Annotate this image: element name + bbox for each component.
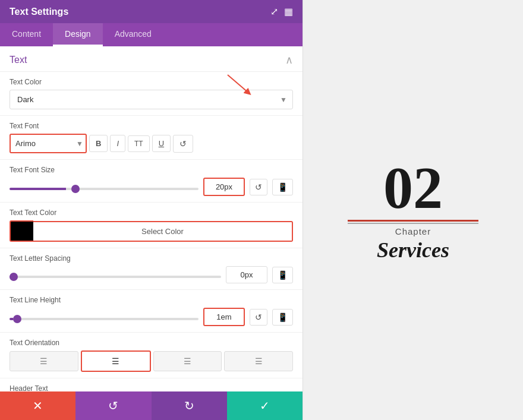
- text-color-select[interactable]: Dark Light Custom: [10, 90, 293, 109]
- section-title: Text: [10, 55, 27, 65]
- text-font-size-label: Text Font Size: [10, 166, 293, 174]
- orient-justify-button[interactable]: ☰: [224, 351, 293, 371]
- font-size-responsive-button[interactable]: 📱: [272, 179, 293, 195]
- redo-button[interactable]: ↻: [152, 391, 227, 420]
- chapter-block: 02 Chapter Services: [348, 158, 478, 263]
- line-height-slider[interactable]: [10, 318, 199, 320]
- font-size-reset-button[interactable]: ↺: [250, 179, 267, 195]
- divider-gray: [348, 223, 478, 224]
- collapse-icon[interactable]: ∧: [285, 53, 293, 67]
- underline-button[interactable]: U: [152, 135, 171, 152]
- size-row: ↺ 📱: [10, 178, 293, 196]
- orientation-row: ☰ ☰ ☰ ☰: [10, 350, 293, 372]
- color-row: Select Color: [10, 220, 293, 242]
- font-size-slider[interactable]: [10, 188, 199, 190]
- panel-footer: ✕ ↺ ↻ ✓: [0, 391, 303, 420]
- divider-red: [348, 220, 478, 222]
- text-letter-spacing-group: Text Letter Spacing 📱: [0, 248, 303, 290]
- orient-left-button[interactable]: ☰: [10, 351, 78, 371]
- text-color-wrapper: Dark Light Custom ▼: [10, 90, 293, 109]
- lineheight-row: ↺ 📱: [10, 308, 293, 326]
- text-font-size-group: Text Font Size ↺ 📱: [0, 160, 303, 203]
- bold-button[interactable]: B: [89, 135, 108, 152]
- line-height-input[interactable]: [203, 308, 245, 326]
- font-row: Arimo Arial Georgia ▼ B I TT U ↺: [10, 134, 293, 153]
- text-line-height-label: Text Line Height: [10, 296, 293, 304]
- size-slider-wrapper: [10, 182, 199, 192]
- chapter-label: Chapter: [395, 226, 431, 236]
- orient-center-button[interactable]: ☰: [81, 350, 151, 372]
- panel-title: Text Settings: [10, 7, 68, 17]
- section-header: Text ∧: [0, 46, 303, 72]
- italic-button[interactable]: I: [110, 135, 125, 152]
- text-letter-spacing-label: Text Letter Spacing: [10, 254, 293, 263]
- settings-panel: Text Settings ⤢ ▦ Content Design Advance…: [0, 0, 303, 420]
- tabs-bar: Content Design Advanced: [0, 23, 303, 46]
- text-line-height-group: Text Line Height ↺ 📱: [0, 290, 303, 333]
- tt-button[interactable]: TT: [128, 135, 150, 152]
- preview-area: 02 Chapter Services: [303, 0, 523, 420]
- header-icons: ⤢ ▦: [270, 6, 293, 17]
- text-orientation-label: Text Orientation: [10, 339, 293, 347]
- spacing-slider-wrapper: [10, 270, 221, 280]
- header-text-group: Header Text: [0, 378, 303, 391]
- layout-icon[interactable]: ▦: [284, 6, 293, 17]
- font-reset-button[interactable]: ↺: [173, 135, 193, 153]
- panel-body: Text ∧ Text Color Dark Light Custom ▼: [0, 46, 303, 391]
- header-text-label: Header Text: [10, 384, 293, 391]
- text-text-color-label: Text Text Color: [10, 209, 293, 217]
- text-font-label: Text Font: [10, 122, 293, 130]
- letter-spacing-responsive-button[interactable]: 📱: [272, 267, 293, 283]
- font-select-wrapper: Arimo Arial Georgia ▼: [10, 134, 87, 153]
- save-button[interactable]: ✓: [227, 391, 303, 420]
- letter-spacing-slider[interactable]: [10, 276, 221, 278]
- tab-content[interactable]: Content: [0, 23, 53, 46]
- letter-spacing-input[interactable]: [226, 266, 267, 283]
- color-swatch[interactable]: [10, 220, 33, 242]
- spacing-row: 📱: [10, 266, 293, 283]
- text-text-color-group: Text Text Color Select Color: [0, 203, 303, 248]
- chapter-number: 02: [383, 158, 443, 217]
- font-size-input[interactable]: [203, 178, 245, 196]
- tab-advanced[interactable]: Advanced: [103, 23, 163, 46]
- orient-right-button[interactable]: ☰: [153, 351, 222, 371]
- text-color-group: Text Color Dark Light Custom ▼: [0, 72, 303, 116]
- tab-design[interactable]: Design: [53, 23, 103, 46]
- text-font-group: Text Font Arimo Arial Georgia ▼ B I TT U…: [0, 116, 303, 160]
- panel-header: Text Settings ⤢ ▦: [0, 0, 303, 23]
- cancel-button[interactable]: ✕: [0, 391, 75, 420]
- text-color-label: Text Color: [10, 78, 293, 86]
- lineheight-slider-wrapper: [10, 312, 199, 323]
- undo-button[interactable]: ↺: [75, 391, 151, 420]
- chapter-title: Services: [377, 238, 449, 263]
- font-select[interactable]: Arimo Arial Georgia: [10, 134, 87, 153]
- line-height-reset-button[interactable]: ↺: [250, 309, 267, 326]
- fullscreen-icon[interactable]: ⤢: [270, 6, 278, 17]
- text-orientation-group: Text Orientation ☰ ☰ ☰ ☰: [0, 333, 303, 378]
- line-height-responsive-button[interactable]: 📱: [272, 309, 293, 326]
- select-color-button[interactable]: Select Color: [33, 221, 293, 242]
- chapter-divider: [348, 220, 478, 224]
